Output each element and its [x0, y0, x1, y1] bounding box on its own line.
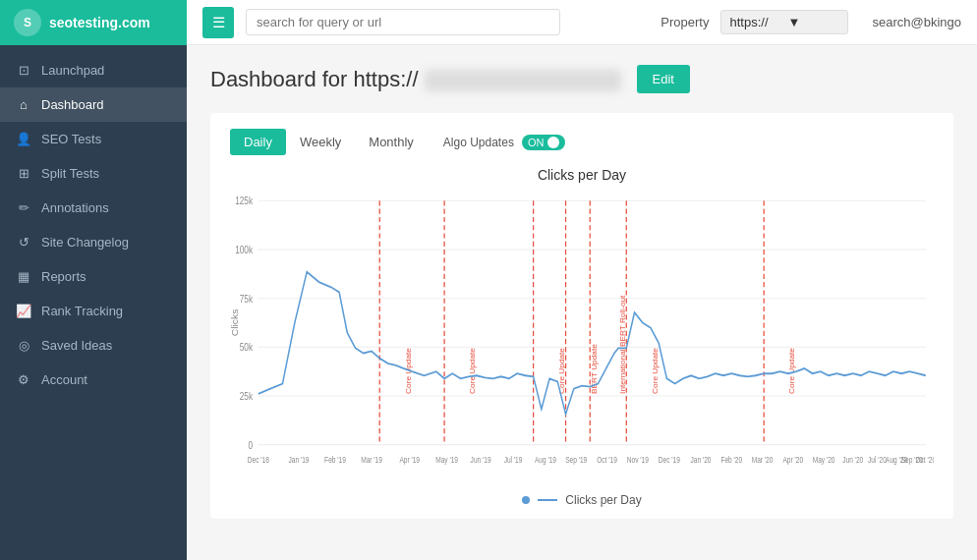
- svg-text:May '19: May '19: [435, 455, 458, 465]
- svg-text:Jul '19: Jul '19: [504, 455, 523, 465]
- menu-button[interactable]: ☰: [202, 7, 234, 38]
- sidebar-nav: ⊡ Launchpad ⌂ Dashboard 👤 SEO Tests ⊞ Sp…: [0, 45, 187, 560]
- page-content: Dashboard for https:// Edit Daily Weekly…: [187, 45, 977, 560]
- grid-icon: ⊞: [16, 166, 31, 181]
- svg-text:May '20: May '20: [813, 455, 835, 465]
- trending-icon: 📈: [16, 304, 31, 318]
- sidebar-item-account[interactable]: ⚙ Account: [0, 363, 187, 397]
- sidebar-label-site-changelog: Site Changelog: [41, 235, 129, 250]
- sidebar-item-split-tests[interactable]: ⊞ Split Tests: [0, 156, 187, 191]
- svg-text:50k: 50k: [240, 343, 254, 354]
- page-title-prefix: Dashboard for https://: [210, 67, 419, 91]
- svg-text:International BERT Roll-out: International BERT Roll-out: [618, 295, 626, 394]
- svg-text:Jul '20: Jul '20: [868, 455, 887, 465]
- legend-line: [538, 499, 557, 501]
- topbar: ☰ Property https:// ▼ search@bkingo: [187, 0, 977, 45]
- algo-updates: Algo Updates ON: [443, 135, 566, 150]
- svg-text:Jun '19: Jun '19: [471, 455, 491, 465]
- tab-monthly[interactable]: Monthly: [355, 129, 428, 155]
- logo-icon: S: [14, 9, 41, 36]
- sidebar-label-account: Account: [41, 372, 87, 387]
- sidebar: S seotesting.com ⊡ Launchpad ⌂ Dashboard…: [0, 0, 187, 560]
- sidebar-label-saved-ideas: Saved Ideas: [41, 338, 112, 353]
- svg-text:Nov '19: Nov '19: [627, 455, 649, 465]
- svg-text:Jan '20: Jan '20: [690, 455, 711, 465]
- tab-weekly[interactable]: Weekly: [286, 129, 355, 155]
- sidebar-label-split-tests: Split Tests: [41, 166, 99, 181]
- svg-text:Sep '19: Sep '19: [565, 455, 587, 465]
- edit-button[interactable]: Edit: [637, 65, 690, 93]
- svg-text:75k: 75k: [240, 294, 254, 305]
- chart-container: 125k 100k 75k 50k 25k 0 Clicks: [230, 191, 934, 485]
- svg-text:Aug '19: Aug '19: [535, 455, 556, 465]
- toggle-circle: [547, 137, 559, 148]
- blurred-url: [425, 70, 621, 91]
- bulb-icon: ◎: [16, 338, 31, 353]
- property-select[interactable]: https:// ▼: [720, 10, 848, 34]
- refresh-icon: ↺: [16, 235, 31, 250]
- svg-text:Apr '19: Apr '19: [399, 455, 420, 465]
- sidebar-item-site-changelog[interactable]: ↺ Site Changelog: [0, 225, 187, 259]
- svg-text:Feb '20: Feb '20: [720, 455, 742, 465]
- monitor-icon: ⊡: [16, 63, 31, 78]
- property-label: Property: [661, 15, 709, 29]
- main-content: ☰ Property https:// ▼ search@bkingo Dash…: [187, 0, 977, 560]
- logo-text: seotesting.com: [49, 15, 150, 30]
- home-icon: ⌂: [16, 97, 31, 112]
- svg-text:Core Update: Core Update: [469, 348, 477, 394]
- svg-text:Apr '20: Apr '20: [782, 455, 803, 465]
- svg-text:Dec '19: Dec '19: [659, 455, 680, 465]
- svg-text:Jan '19: Jan '19: [288, 455, 309, 465]
- search-input[interactable]: [246, 9, 560, 35]
- sidebar-label-dashboard: Dashboard: [41, 97, 104, 112]
- sidebar-item-annotations[interactable]: ✏ Annotations: [0, 191, 187, 225]
- svg-text:Core Update: Core Update: [788, 348, 796, 394]
- chart-title: Clicks per Day: [230, 167, 934, 183]
- svg-text:Core Update: Core Update: [651, 348, 659, 394]
- algo-toggle[interactable]: ON: [522, 135, 566, 150]
- sidebar-label-annotations: Annotations: [41, 200, 109, 215]
- sidebar-item-reports[interactable]: ▦ Reports: [0, 259, 187, 294]
- sidebar-item-saved-ideas[interactable]: ◎ Saved Ideas: [0, 328, 187, 363]
- sidebar-item-seo-tests[interactable]: 👤 SEO Tests: [0, 122, 187, 156]
- chart-svg: 125k 100k 75k 50k 25k 0 Clicks: [230, 191, 934, 485]
- svg-text:Oct '19: Oct '19: [597, 455, 617, 465]
- svg-text:100k: 100k: [235, 245, 253, 255]
- tab-daily[interactable]: Daily: [230, 129, 286, 155]
- svg-text:Mar '20: Mar '20: [752, 455, 774, 465]
- svg-text:Oct '20: Oct '20: [915, 455, 934, 465]
- legend-dot: [522, 496, 530, 504]
- svg-text:Dec '18: Dec '18: [248, 455, 269, 465]
- chevron-down-icon: ▼: [787, 15, 839, 29]
- page-header: Dashboard for https:// Edit: [210, 65, 953, 93]
- legend-label: Clicks per Day: [565, 493, 641, 507]
- svg-text:Feb '19: Feb '19: [324, 455, 346, 465]
- pencil-icon: ✏: [16, 200, 31, 215]
- svg-text:Jun '20: Jun '20: [842, 455, 863, 465]
- sidebar-item-dashboard[interactable]: ⌂ Dashboard: [0, 87, 187, 122]
- svg-text:125k: 125k: [235, 196, 253, 207]
- page-title: Dashboard for https://: [210, 67, 621, 92]
- sidebar-label-rank-tracking: Rank Tracking: [41, 304, 123, 318]
- svg-text:25k: 25k: [240, 391, 254, 402]
- chart-section: Daily Weekly Monthly Algo Updates ON Cli…: [210, 113, 953, 519]
- sidebar-label-seo-tests: SEO Tests: [41, 132, 101, 146]
- user-email: search@bkingo: [872, 15, 961, 29]
- chart-tabs: Daily Weekly Monthly Algo Updates ON: [230, 129, 934, 155]
- gear-icon: ⚙: [16, 372, 31, 387]
- report-icon: ▦: [16, 269, 31, 284]
- svg-text:Mar '19: Mar '19: [361, 455, 382, 465]
- sidebar-item-launchpad[interactable]: ⊡ Launchpad: [0, 53, 187, 87]
- sidebar-logo[interactable]: S seotesting.com: [0, 0, 187, 45]
- sidebar-label-launchpad: Launchpad: [41, 63, 104, 78]
- user-icon: 👤: [16, 132, 31, 146]
- svg-text:Clicks: Clicks: [231, 308, 240, 336]
- chart-legend: Clicks per Day: [230, 493, 934, 507]
- sidebar-item-rank-tracking[interactable]: 📈 Rank Tracking: [0, 294, 187, 328]
- property-value: https://: [729, 15, 781, 29]
- toggle-label: ON: [528, 137, 545, 148]
- svg-text:0: 0: [248, 440, 253, 451]
- sidebar-label-reports: Reports: [41, 269, 86, 284]
- algo-label: Algo Updates: [443, 136, 514, 149]
